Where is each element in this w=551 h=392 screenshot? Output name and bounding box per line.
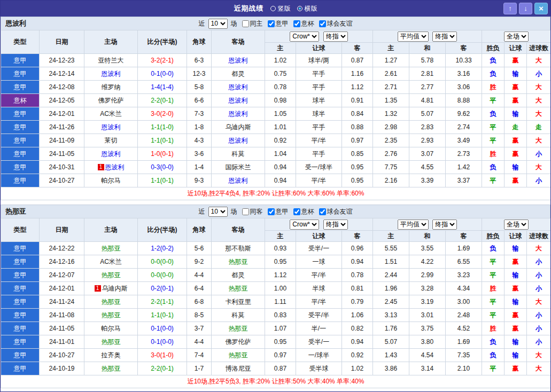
score-cell: 0-1(0-0) xyxy=(138,322,187,335)
league-filter-friendly[interactable]: 球会友谊 xyxy=(316,19,353,28)
league-cell: 意甲 xyxy=(1,309,40,322)
away-team-cell[interactable]: 恩波利 xyxy=(212,94,265,107)
serie-a-checkbox[interactable] xyxy=(268,208,275,215)
corner-cell: 4-4 xyxy=(187,269,212,282)
home-team-cell[interactable]: 拉齐奥 xyxy=(84,349,138,362)
away-team-cell[interactable]: 热那亚 xyxy=(212,349,265,362)
same-venue-checkbox[interactable] xyxy=(242,208,249,215)
date-cell: 24-12-05 xyxy=(40,94,84,107)
handicap-result-cell: 输 xyxy=(505,242,527,255)
match-count-select[interactable]: 10 xyxy=(208,19,228,29)
handicap-stage-select[interactable]: 终指 xyxy=(323,219,348,230)
home-team-cell[interactable]: AC米兰 xyxy=(84,255,138,269)
home-team-cell[interactable]: 热那亚 xyxy=(84,362,138,375)
away-team-cell[interactable]: 卡利亚里 xyxy=(212,295,265,309)
home-team-cell[interactable]: 恩波利 xyxy=(84,147,138,161)
away-team-cell[interactable]: 恩波利 xyxy=(212,134,265,147)
away-team-cell[interactable]: 热那亚 xyxy=(212,282,265,295)
handicap-home-odds-cell: 0.94 xyxy=(265,161,296,174)
avg-away-odds-cell: 1.69 xyxy=(446,335,482,349)
move-down-button[interactable]: ↓ xyxy=(519,3,532,14)
home-team-cell[interactable]: 帕尔马 xyxy=(84,322,138,335)
away-team-cell[interactable]: 都灵 xyxy=(212,67,265,81)
handicap-line-cell: 球半 xyxy=(296,94,342,107)
league-filter-serie-a[interactable]: 意甲 xyxy=(265,19,289,28)
friendly-checkbox[interactable] xyxy=(319,20,326,27)
away-team-cell[interactable]: 恩波利 xyxy=(212,54,265,67)
horizontal-mode-radio[interactable]: 横版 xyxy=(297,4,317,13)
home-team-cell[interactable]: 亚特兰大 xyxy=(84,54,138,67)
away-team-cell[interactable]: 国际米兰 xyxy=(212,161,265,174)
col-date-header: 日期 xyxy=(40,30,84,54)
sub-hc-result-header: 让球 xyxy=(505,43,527,54)
avg-select[interactable]: 平均值 xyxy=(398,32,429,42)
score-cell: 0-2(0-1) xyxy=(138,282,187,295)
corner-cell: 6-8 xyxy=(187,295,212,309)
home-team-cell[interactable]: 热那亚 xyxy=(84,269,138,282)
away-team-cell[interactable]: 那不勒斯 xyxy=(212,242,265,255)
handicap-home-odds-cell: 1.02 xyxy=(265,54,296,67)
home-team-cell[interactable]: 莱切 xyxy=(84,134,138,147)
home-team-cell[interactable]: 维罗纳 xyxy=(84,81,138,94)
fulltime-select[interactable]: 全场 xyxy=(504,219,529,230)
league-filter-coppa[interactable]: 意杯 xyxy=(290,207,314,216)
handicap-away-odds-cell: 0.85 xyxy=(342,147,373,161)
home-team-cell[interactable]: 恩波利 xyxy=(84,121,138,134)
home-team-cell[interactable]: 佛罗伦萨 xyxy=(84,94,138,107)
away-team-cell[interactable]: 科莫 xyxy=(212,147,265,161)
same-venue-filter[interactable]: 同主 xyxy=(239,19,263,28)
home-team-cell[interactable]: 1乌迪内斯 xyxy=(84,282,138,295)
league-filter-serie-a[interactable]: 意甲 xyxy=(265,207,289,216)
avg-draw-odds-cell: 3.19 xyxy=(409,295,446,309)
friendly-checkbox[interactable] xyxy=(319,208,326,215)
home-team-cell[interactable]: 帕尔马 xyxy=(84,174,138,187)
away-team-cell[interactable]: 佛罗伦萨 xyxy=(212,335,265,349)
away-team-cell[interactable]: 恩波利 xyxy=(212,81,265,94)
same-venue-checkbox[interactable] xyxy=(242,20,249,27)
vertical-mode-radio[interactable]: 竖版 xyxy=(270,4,291,13)
home-team-cell[interactable]: 热那亚 xyxy=(84,335,138,349)
away-team-cell[interactable]: 热那亚 xyxy=(212,255,265,269)
handicap-stage-select[interactable]: 终指 xyxy=(323,32,348,42)
away-team-cell[interactable]: 科莫 xyxy=(212,309,265,322)
away-team-cell[interactable]: 恩波利 xyxy=(212,107,265,121)
home-team-cell[interactable]: 热那亚 xyxy=(84,309,138,322)
handicap-line-cell: 受平/半 xyxy=(296,309,342,322)
section-header: 热那亚 近 10 场 同客 意甲 意杯 球会友谊 xyxy=(1,205,550,218)
home-team-cell[interactable]: 热那亚 xyxy=(84,242,138,255)
fulltime-group-header: 全场 xyxy=(482,218,551,231)
bookmaker-select[interactable]: Crow* xyxy=(290,219,319,230)
away-team-cell[interactable]: 博洛尼亚 xyxy=(212,362,265,375)
same-venue-filter[interactable]: 同客 xyxy=(239,207,263,216)
coppa-checkbox[interactable] xyxy=(293,20,300,27)
avg-away-odds-cell: 3.37 xyxy=(446,174,482,187)
goals-result-cell: 大 xyxy=(527,349,551,362)
match-count-select[interactable]: 10 xyxy=(208,207,228,217)
result-cell: 平 xyxy=(482,134,505,147)
close-button[interactable]: × xyxy=(534,3,548,14)
away-team-cell[interactable]: 乌迪内斯 xyxy=(212,121,265,134)
coppa-checkbox[interactable] xyxy=(293,208,300,215)
recent-results-panel: 近期战绩 竖版 横版 ↑ ↓ × 恩波利 近 10 场 同主 意甲 xyxy=(0,0,551,392)
home-team-cell[interactable]: 恩波利 xyxy=(84,67,138,81)
league-filter-coppa[interactable]: 意杯 xyxy=(290,19,314,28)
away-team-cell[interactable]: 热那亚 xyxy=(212,322,265,335)
fulltime-select[interactable]: 全场 xyxy=(504,32,529,42)
home-team-cell[interactable]: AC米兰 xyxy=(84,107,138,121)
away-team-cell[interactable]: 都灵 xyxy=(212,269,265,282)
serie-a-checkbox[interactable] xyxy=(268,20,275,27)
near-label: 近 xyxy=(199,19,205,28)
avg-stage-select[interactable]: 终指 xyxy=(432,219,457,230)
move-up-button[interactable]: ↑ xyxy=(503,3,517,14)
handicap-away-odds-cell: 0.95 xyxy=(342,161,373,174)
handicap-home-odds-cell: 0.93 xyxy=(265,242,296,255)
league-filter-friendly[interactable]: 球会友谊 xyxy=(316,207,353,216)
date-cell: 24-12-07 xyxy=(40,269,84,282)
away-team-cell[interactable]: 恩波利 xyxy=(212,174,265,187)
home-team-cell[interactable]: 热那亚 xyxy=(84,295,138,309)
corner-cell: 12-3 xyxy=(187,67,212,81)
home-team-cell[interactable]: 1恩波利 xyxy=(84,161,138,174)
avg-select[interactable]: 平均值 xyxy=(398,219,429,230)
bookmaker-select[interactable]: Crow* xyxy=(290,32,319,42)
avg-stage-select[interactable]: 终指 xyxy=(432,32,457,42)
